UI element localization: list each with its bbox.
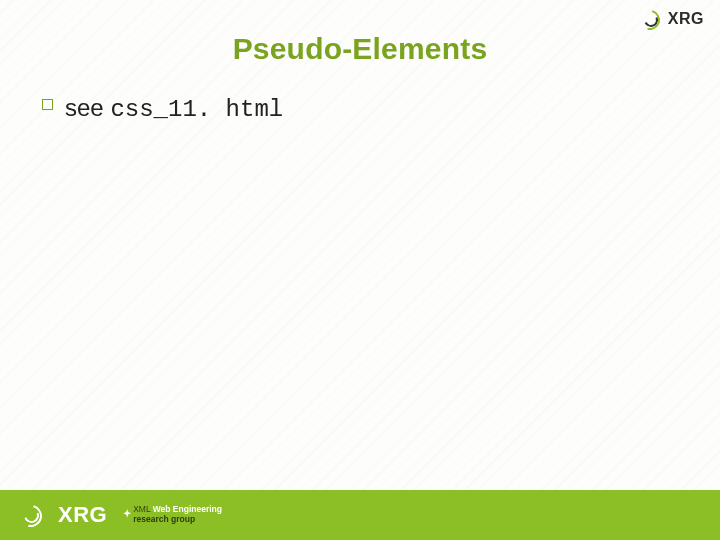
plus-icon: ✦: [123, 508, 131, 520]
bullet-code: css_11. html: [110, 96, 283, 123]
brand-text-footer: XRG: [58, 502, 107, 528]
slide-title: Pseudo-Elements: [40, 32, 680, 66]
swirl-icon: [20, 505, 44, 525]
brand-text-top: XRG: [668, 10, 704, 28]
list-item: see css_11. html: [42, 92, 680, 126]
swirl-icon: [640, 10, 662, 28]
slide-body: Pseudo-Elements see css_11. html: [0, 0, 720, 540]
brand-subtitle: ✦ XML Web Engineering research group: [125, 505, 222, 525]
square-bullet-icon: [42, 99, 53, 110]
subtitle-line2: research group: [133, 515, 222, 525]
brand-logo-top-right: XRG: [640, 10, 704, 28]
footer-bar: XRG ✦ XML Web Engineering research group: [0, 490, 720, 540]
slide-content: see css_11. html: [40, 92, 680, 126]
bullet-prefix: see: [65, 94, 110, 121]
bullet-text: see css_11. html: [65, 92, 283, 126]
